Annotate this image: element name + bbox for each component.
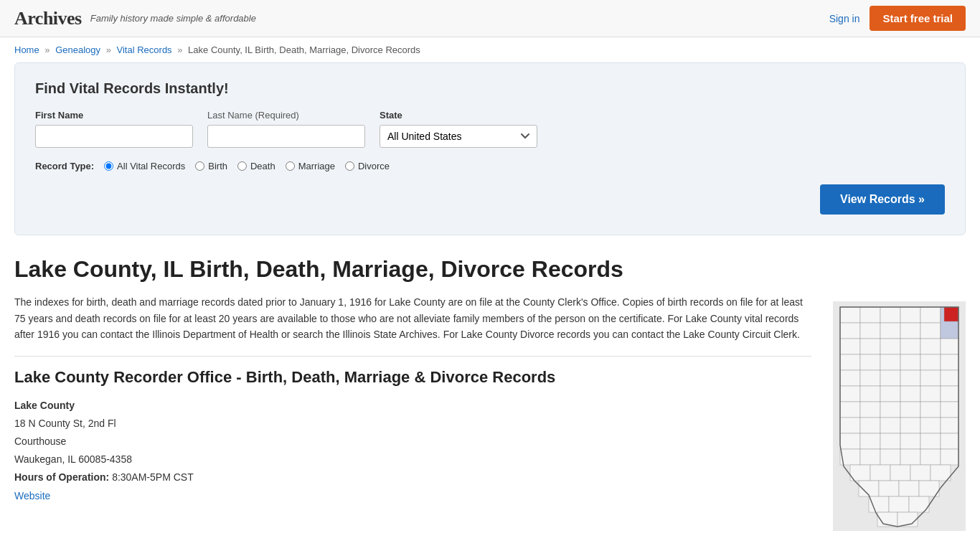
- svg-rect-70: [899, 481, 919, 496]
- svg-rect-10: [900, 323, 920, 339]
- svg-rect-18: [900, 339, 920, 354]
- svg-rect-51: [840, 433, 860, 449]
- svg-rect-17: [880, 339, 900, 354]
- svg-rect-15: [840, 339, 860, 354]
- office-info: Lake County 18 N County St, 2nd Fl Court…: [14, 397, 811, 505]
- svg-rect-1: [840, 307, 860, 323]
- svg-rect-65: [890, 465, 910, 481]
- svg-rect-24: [900, 354, 920, 370]
- svg-rect-62: [941, 449, 958, 465]
- svg-rect-7: [840, 323, 860, 339]
- svg-rect-23: [880, 354, 900, 370]
- breadcrumb-sep2: »: [106, 44, 111, 55]
- svg-rect-40: [860, 402, 880, 418]
- svg-rect-14: [944, 307, 958, 321]
- svg-rect-48: [900, 418, 920, 433]
- radio-marriage[interactable]: Marriage: [286, 161, 335, 171]
- last-name-input[interactable]: [207, 125, 365, 148]
- search-box: Find Vital Records Instantly! First Name…: [14, 62, 966, 235]
- svg-rect-27: [840, 370, 860, 386]
- office-address2: Courthouse: [14, 433, 811, 451]
- page-title: Lake County, IL Birth, Death, Marriage, …: [14, 255, 966, 283]
- breadcrumb-sep1: »: [44, 44, 50, 55]
- svg-rect-19: [920, 339, 941, 354]
- svg-rect-3: [880, 307, 900, 323]
- svg-rect-22: [860, 354, 880, 370]
- breadcrumb: Home » Genealogy » Vital Records » Lake …: [0, 37, 980, 62]
- hours-label: Hours of Operation:: [14, 471, 109, 483]
- office-address3: Waukegan, IL 60085-4358: [14, 451, 811, 468]
- last-name-field-group: Last Name (Required): [207, 110, 365, 148]
- office-hours: Hours of Operation: 8:30AM-5PM CST: [14, 468, 811, 486]
- svg-rect-25: [920, 354, 941, 370]
- svg-rect-59: [880, 449, 900, 465]
- state-field-group: State All United States Alabama Alaska A…: [380, 110, 537, 148]
- svg-rect-54: [900, 433, 920, 449]
- svg-rect-60: [900, 449, 920, 465]
- svg-rect-36: [900, 386, 920, 402]
- svg-rect-30: [900, 370, 920, 386]
- svg-rect-11: [920, 323, 941, 339]
- svg-rect-43: [920, 402, 941, 418]
- radio-death[interactable]: Death: [237, 161, 275, 171]
- site-logo: Archives: [14, 8, 82, 29]
- svg-rect-21: [840, 354, 860, 370]
- search-button-row: View Records »: [35, 184, 945, 215]
- svg-rect-73: [889, 496, 909, 512]
- svg-rect-39: [840, 402, 860, 418]
- svg-rect-2: [860, 307, 880, 323]
- breadcrumb-vital-records[interactable]: Vital Records: [117, 44, 172, 55]
- header-left: Archives Family history made simple & af…: [14, 8, 256, 29]
- svg-rect-28: [860, 370, 880, 386]
- svg-rect-64: [870, 465, 890, 481]
- radio-birth[interactable]: Birth: [195, 161, 227, 171]
- breadcrumb-genealogy[interactable]: Genealogy: [55, 44, 100, 55]
- svg-rect-26: [941, 354, 958, 370]
- svg-rect-16: [860, 339, 880, 354]
- svg-rect-37: [920, 386, 941, 402]
- site-tagline: Family history made simple & affordable: [90, 13, 256, 24]
- search-fields: First Name Last Name (Required) State Al…: [35, 110, 945, 148]
- svg-rect-33: [840, 386, 860, 402]
- header-right: Sign in Start free trial: [829, 6, 966, 31]
- first-name-input[interactable]: [35, 125, 193, 148]
- state-select[interactable]: All United States Alabama Alaska Arizona…: [380, 125, 537, 148]
- main-content: Find Vital Records Instantly! First Name…: [0, 62, 980, 551]
- start-trial-button[interactable]: Start free trial: [870, 6, 966, 31]
- svg-rect-46: [860, 418, 880, 433]
- website-link[interactable]: Website: [14, 490, 50, 501]
- content-area: The indexes for birth, death and marriag…: [14, 294, 966, 533]
- svg-rect-67: [930, 465, 951, 481]
- section-title: Lake County Recorder Office - Birth, Dea…: [14, 356, 811, 387]
- state-label: State: [380, 110, 537, 121]
- first-name-label: First Name: [35, 110, 193, 121]
- svg-rect-61: [920, 449, 941, 465]
- svg-rect-44: [941, 402, 958, 418]
- last-name-label: Last Name (Required): [207, 110, 365, 121]
- svg-rect-32: [941, 370, 958, 386]
- hours-value2: 8:30AM-5PM CST: [112, 471, 194, 483]
- svg-rect-49: [920, 418, 941, 433]
- svg-rect-47: [880, 418, 900, 433]
- svg-rect-35: [880, 386, 900, 402]
- svg-rect-20: [941, 339, 958, 354]
- sign-in-link[interactable]: Sign in: [829, 13, 860, 24]
- office-website: Website: [14, 487, 811, 505]
- illinois-map-container: [833, 301, 966, 533]
- svg-rect-41: [880, 402, 900, 418]
- record-type-label: Record Type:: [35, 161, 94, 171]
- svg-rect-31: [920, 370, 941, 386]
- svg-rect-34: [860, 386, 880, 402]
- illinois-map-svg: [833, 301, 966, 531]
- svg-rect-42: [900, 402, 920, 418]
- content-text: The indexes for birth, death and marriag…: [14, 294, 811, 504]
- svg-rect-4: [900, 307, 920, 323]
- office-name: Lake County: [14, 397, 811, 415]
- radio-all-vital-records[interactable]: All Vital Records: [104, 161, 185, 171]
- svg-rect-29: [880, 370, 900, 386]
- view-records-button[interactable]: View Records »: [820, 184, 945, 215]
- breadcrumb-home[interactable]: Home: [14, 44, 39, 55]
- first-name-field-group: First Name: [35, 110, 193, 148]
- description-paragraph: The indexes for birth, death and marriag…: [14, 294, 811, 342]
- radio-divorce[interactable]: Divorce: [345, 161, 390, 171]
